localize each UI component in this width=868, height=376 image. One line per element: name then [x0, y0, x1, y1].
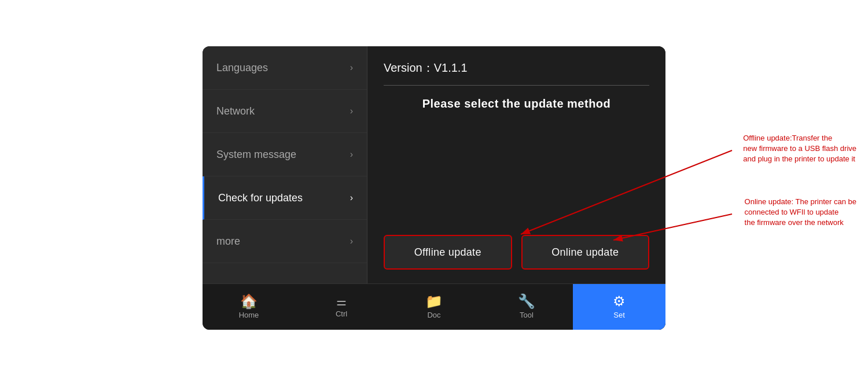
sidebar-item-label-languages: Languages	[216, 62, 268, 74]
tool-icon: 🔧	[518, 294, 535, 308]
nav-label-doc: Doc	[427, 311, 440, 319]
nav-label-home: Home	[239, 311, 259, 319]
nav-item-ctrl[interactable]: ⚌ Ctrl	[295, 284, 388, 330]
device-screen: Languages › Network › System message › C…	[203, 46, 665, 330]
chevron-icon-languages: ›	[350, 62, 353, 73]
main-content: Languages › Network › System message › C…	[203, 46, 665, 283]
sidebar-item-more[interactable]: more ›	[203, 220, 367, 263]
version-bar: Version：V1.1.1	[384, 60, 649, 86]
sidebar-item-label-more: more	[216, 235, 240, 248]
nav-label-ctrl: Ctrl	[336, 309, 347, 318]
bottom-nav: 🏠 Home ⚌ Ctrl 📁 Doc 🔧 Tool ⚙ Set	[203, 283, 665, 330]
screen-wrapper: Languages › Network › System message › C…	[0, 0, 868, 376]
sidebar-item-check-updates[interactable]: Check for updates ›	[203, 176, 367, 220]
annotation-offline-text: Offline update:Transfer thenew firmware …	[743, 134, 856, 163]
nav-item-set[interactable]: ⚙ Set	[573, 284, 665, 330]
annotation-offline: Offline update:Transfer thenew firmware …	[743, 133, 856, 165]
chevron-icon-check-updates: ›	[350, 193, 353, 203]
nav-item-home[interactable]: 🏠 Home	[203, 284, 295, 330]
annotation-online: Online update: The printer can beconnect…	[745, 197, 856, 228]
sidebar-item-system-message[interactable]: System message ›	[203, 133, 367, 176]
version-text: Version：V1.1.1	[384, 60, 468, 76]
home-icon: 🏠	[240, 294, 258, 308]
nav-item-doc[interactable]: 📁 Doc	[388, 284, 480, 330]
chevron-icon-system-message: ›	[350, 149, 353, 160]
chevron-icon-network: ›	[350, 106, 353, 116]
sidebar-item-label-system-message: System message	[216, 149, 296, 161]
update-method-title: Please select the update method	[384, 97, 649, 110]
nav-label-tool: Tool	[520, 311, 534, 319]
nav-label-set: Set	[613, 311, 625, 319]
right-panel: Version：V1.1.1 Please select the update …	[367, 46, 665, 283]
sidebar: Languages › Network › System message › C…	[203, 46, 367, 283]
online-update-button[interactable]: Online update	[521, 235, 650, 270]
annotation-online-text: Online update: The printer can beconnect…	[745, 197, 856, 227]
sidebar-item-label-network: Network	[216, 105, 255, 117]
chevron-icon-more: ›	[350, 236, 353, 246]
update-buttons-row: Offline update Online update	[384, 235, 649, 270]
doc-icon: 📁	[425, 294, 443, 308]
sidebar-item-languages[interactable]: Languages ›	[203, 46, 367, 90]
nav-item-tool[interactable]: 🔧 Tool	[480, 284, 573, 330]
offline-update-button[interactable]: Offline update	[384, 235, 512, 270]
set-icon: ⚙	[613, 294, 626, 308]
sidebar-item-label-check-updates: Check for updates	[218, 192, 303, 204]
ctrl-icon: ⚌	[336, 296, 347, 307]
sidebar-item-network[interactable]: Network ›	[203, 90, 367, 133]
